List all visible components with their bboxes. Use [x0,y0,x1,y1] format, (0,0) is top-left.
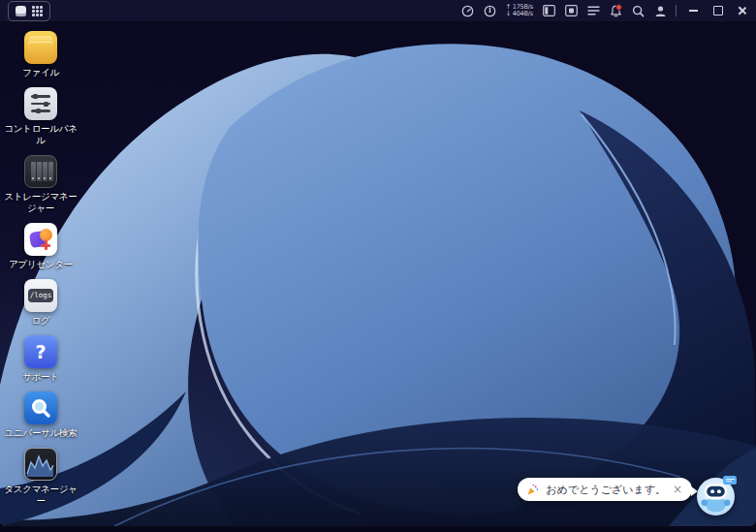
desktop-icon-logs[interactable]: /logs ログ [24,279,57,327]
toast-close-icon[interactable]: × [673,484,682,495]
icon-label: タスクマネージャー [1,484,80,507]
speed-gauge-icon[interactable] [461,4,475,17]
files-icon [24,31,57,64]
net-down: ↓ 404B/s [506,11,533,17]
widgets-icon[interactable] [542,4,555,17]
icon-label: ストレージマネージャー [1,191,80,214]
icon-label: サポート [22,371,58,383]
wallpaper-bloom [0,21,756,526]
party-popper-icon [526,484,539,496]
desktop-icon-task-manager[interactable]: タスクマネージャー [1,448,80,507]
icon-label: ファイル [22,67,59,78]
network-speed[interactable]: ↑ 175B/s ↓ 404B/s [506,4,533,17]
icon-label: アプリセンター [9,259,73,270]
task-manager-icon [24,448,57,481]
window-bottom-edge [0,526,756,532]
bell-icon[interactable] [609,4,622,17]
desktop-icon-column: ファイル コントロールパネル ストレージマネージャー アプリセンター [0,31,81,507]
launcher-pill[interactable] [8,1,50,21]
task-list-icon[interactable] [586,4,600,17]
desktop-icon-control-panel[interactable]: コントロールパネル [1,87,80,146]
topbar-right: ↑ 175B/s ↓ 404B/s [461,4,748,17]
storage-manager-icon [24,155,57,188]
icon-label: ユニバーサル検索 [5,427,78,439]
assistant-robot-avatar[interactable] [697,476,737,516]
user-icon[interactable] [653,4,667,17]
icon-label: コントロールパネル [1,123,80,146]
desktop-logo-icon[interactable] [16,6,26,16]
search-icon[interactable] [631,4,645,17]
control-panel-icon [24,87,57,120]
notification-badge [615,4,622,11]
maximize-icon[interactable] [711,5,724,17]
apps-grid-icon[interactable] [32,6,43,16]
close-icon[interactable] [736,5,748,17]
desktop: ファイル コントロールパネル ストレージマネージャー アプリセンター [0,21,756,526]
logs-badge: /logs [28,289,53,302]
minimize-icon[interactable] [687,5,700,17]
app-center-icon [24,223,57,256]
desktop-icon-app-center[interactable]: アプリセンター [9,223,73,270]
congrats-toast: おめでとうございます。 × [518,478,692,501]
icon-label: ログ [32,315,50,327]
toast-message: おめでとうございます。 [546,483,666,497]
desktop-icon-files[interactable]: ファイル [22,31,59,78]
support-icon: ? [24,335,57,368]
window-panel-icon[interactable] [564,4,578,17]
mascot-chat-badge-icon [723,476,737,485]
desktop-icon-storage-manager[interactable]: ストレージマネージャー [1,155,80,214]
universal-search-icon [24,391,57,424]
logs-icon: /logs [24,279,57,312]
window-controls [687,5,748,17]
topbar: ↑ 175B/s ↓ 404B/s [0,0,756,21]
topbar-divider [676,5,677,16]
usage-gauge-icon[interactable] [484,4,497,17]
desktop-icon-support[interactable]: ? サポート [22,335,58,383]
desktop-icon-universal-search[interactable]: ユニバーサル検索 [5,391,78,439]
